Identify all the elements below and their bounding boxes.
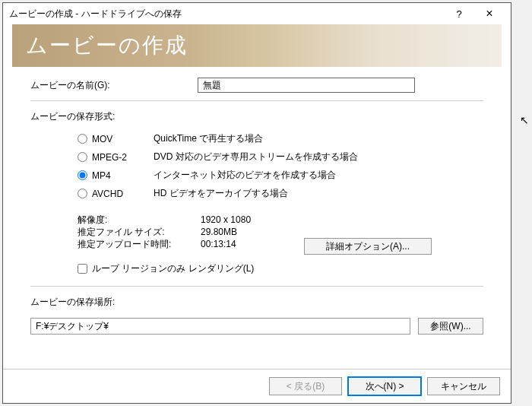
movie-name-label: ムービーの名前(G): [30, 79, 198, 92]
footer: < 戻る(B) 次へ(N) > キャンセル [3, 369, 511, 403]
banner: ムービーの作成 [12, 24, 502, 67]
browse-button[interactable]: 参照(W)... [418, 318, 483, 335]
radio-mov[interactable] [78, 134, 87, 144]
filesize-value: 29.80MB [201, 226, 304, 238]
resolution-label: 解像度: [30, 214, 201, 226]
close-button[interactable]: × [474, 3, 505, 24]
desc-mp4: インターネット対応のビデオを作成する場合 [154, 169, 483, 182]
back-button[interactable]: < 戻る(B) [269, 377, 342, 395]
upload-value: 00:13:14 [201, 238, 304, 255]
desc-mov: QuickTime で再生する場合 [154, 132, 483, 145]
location-input[interactable] [30, 318, 410, 335]
radio-mpeg2[interactable] [78, 152, 87, 162]
upload-label: 推定アップロード時間: [30, 238, 201, 255]
desc-avchd: HD ビデオをアーカイブする場合 [154, 187, 483, 200]
help-button[interactable]: ? [444, 3, 474, 24]
window-title: ムービーの作成 - ハードドライブへの保存 [9, 8, 182, 21]
format-section-label: ムービーの保存形式: [30, 110, 483, 123]
divider-2 [30, 286, 483, 287]
loop-region-checkbox[interactable] [78, 264, 87, 274]
radio-avchd[interactable] [78, 189, 87, 198]
filesize-label: 推定ファイル サイズ: [30, 226, 201, 238]
location-section-label: ムービーの保存場所: [30, 296, 483, 309]
resolution-value: 1920 x 1080 [201, 214, 304, 226]
radio-mov-label: MOV [92, 134, 112, 144]
radio-avchd-label: AVCHD [92, 189, 123, 199]
divider [30, 100, 483, 101]
cursor-icon: ↖ [520, 114, 529, 126]
dialog-window: ムービーの作成 - ハードドライブへの保存 ? × ムービーの作成 ムービーの名… [2, 2, 511, 404]
radio-mp4[interactable] [78, 170, 87, 180]
movie-name-input[interactable] [198, 78, 415, 93]
loop-region-label: ループ リージョンのみ レンダリング(L) [92, 262, 254, 275]
advanced-options-button[interactable]: 詳細オプション(A)... [304, 238, 432, 255]
cancel-button[interactable]: キャンセル [427, 377, 500, 395]
radio-mpeg2-label: MPEG-2 [92, 152, 127, 163]
banner-title: ムービーの作成 [26, 31, 188, 60]
desc-mpeg2: DVD 対応のビデオ専用ストリームを作成する場合 [154, 151, 483, 163]
next-button[interactable]: 次へ(N) > [348, 377, 421, 395]
radio-mp4-label: MP4 [92, 170, 111, 181]
titlebar: ムービーの作成 - ハードドライブへの保存 ? × [3, 3, 511, 24]
